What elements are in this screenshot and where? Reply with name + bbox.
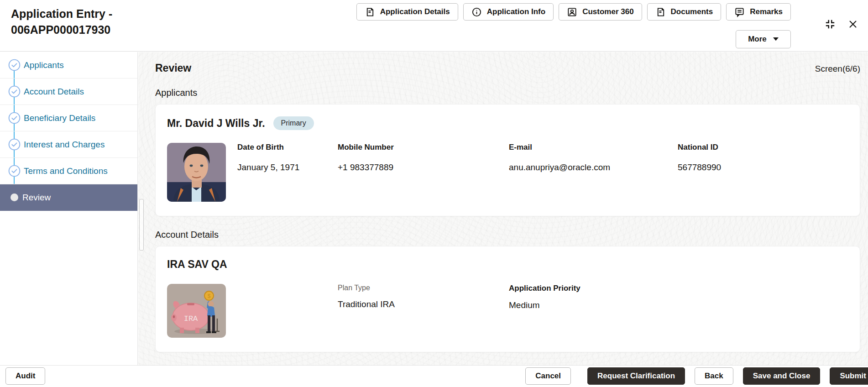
screen-indicator: Screen(6/6)	[815, 64, 860, 74]
account-field: Plan Type Traditional IRA	[338, 284, 509, 338]
field-value: Medium	[509, 300, 848, 310]
field-value: +1 983377889	[338, 162, 509, 173]
sidebar-item-label: Account Details	[24, 87, 84, 97]
request-clarification-button[interactable]: Request Clarification	[587, 367, 685, 385]
applicant-photo	[167, 143, 226, 202]
field-label: Mobile Number	[338, 143, 509, 152]
applicant-name: Mr. David J Wills Jr.	[167, 117, 265, 130]
field-value: anu.anupriya@oracle.com	[509, 162, 678, 173]
screen-title: Review	[155, 62, 191, 74]
remarks-label: Remarks	[750, 7, 783, 16]
page-title-line2: 006APP000017930	[11, 22, 112, 38]
sidebar-item-review[interactable]: Review	[0, 184, 137, 211]
submit-button[interactable]: Submit	[830, 367, 868, 385]
collapse-icon[interactable]	[824, 18, 836, 30]
check-circle-icon	[8, 165, 21, 177]
applicant-field: E-mail anu.anupriya@oracle.com	[509, 143, 678, 202]
info-icon	[471, 7, 482, 17]
application-info-label: Application Info	[487, 7, 545, 16]
audit-button[interactable]: Audit	[5, 367, 45, 385]
sidebar-item-beneficiary-details[interactable]: Beneficiary Details	[0, 105, 137, 131]
review-header-row: Review Screen(6/6)	[155, 62, 860, 74]
document-icon	[365, 7, 375, 17]
remarks-button[interactable]: Remarks	[726, 3, 791, 21]
primary-badge: Primary	[273, 116, 314, 130]
header-actions: Application Details Application Info Cus…	[356, 3, 791, 21]
section-heading-applicants: Applicants	[155, 88, 860, 98]
account-card: IRA SAV QA IRA $	[155, 246, 860, 352]
cancel-button[interactable]: Cancel	[525, 367, 571, 385]
svg-text:$: $	[208, 293, 211, 299]
applicant-field: Mobile Number +1 983377889	[338, 143, 509, 202]
check-circle-icon	[8, 85, 21, 98]
sidebar-item-account-details[interactable]: Account Details	[0, 78, 137, 105]
more-label: More	[748, 35, 767, 44]
application-info-button[interactable]: Application Info	[463, 3, 554, 21]
applicant-card: Mr. David J Wills Jr. Primary	[155, 104, 860, 216]
back-button[interactable]: Back	[695, 367, 733, 385]
field-label: Date of Birth	[237, 143, 338, 152]
field-label: Plan Type	[338, 284, 509, 292]
customer-360-button[interactable]: Customer 360	[559, 3, 642, 21]
customer-360-label: Customer 360	[582, 7, 633, 16]
sidebar-item-interest-and-charges[interactable]: Interest and Charges	[0, 131, 137, 158]
check-circle-icon	[8, 112, 21, 124]
page-title: Application Entry - 006APP000017930	[11, 6, 112, 37]
stepper-sidebar: Applicants Account Details Beneficiary D…	[0, 52, 138, 365]
footer-actions: Cancel Request Clarification Back Save a…	[525, 367, 868, 385]
documents-label: Documents	[671, 7, 713, 16]
applicant-field: National ID 567788990	[678, 143, 848, 202]
check-circle-icon	[8, 59, 21, 71]
account-name: IRA SAV QA	[167, 258, 227, 271]
window-controls	[824, 18, 858, 30]
applicant-field: Date of Birth January 5, 1971	[237, 143, 338, 202]
sidebar-item-label: Beneficiary Details	[24, 113, 95, 123]
document-icon	[655, 7, 666, 17]
app-header: Application Entry - 006APP000017930 Appl…	[0, 0, 868, 52]
field-value: January 5, 1971	[237, 162, 338, 173]
person-card-icon	[567, 7, 577, 17]
active-step-bullet-icon	[10, 194, 18, 201]
section-heading-account-details: Account Details	[155, 230, 860, 240]
ira-piggy-bank-image: IRA $	[167, 284, 226, 338]
page-title-line1: Application Entry -	[11, 6, 112, 22]
sidebar-item-label: Terms and Conditions	[24, 166, 108, 176]
sidebar-item-terms-and-conditions[interactable]: Terms and Conditions	[0, 158, 137, 184]
remarks-icon	[734, 7, 745, 17]
review-content: Review Screen(6/6) Applicants Mr. David …	[138, 52, 868, 365]
field-label: E-mail	[509, 143, 678, 152]
chevron-down-icon	[773, 37, 779, 41]
application-details-button[interactable]: Application Details	[356, 3, 458, 21]
action-footer: Audit Cancel Request Clarification Back …	[0, 365, 868, 387]
sidebar-item-label: Interest and Charges	[24, 140, 105, 150]
sidebar-item-label: Review	[22, 193, 51, 203]
account-field: Application Priority Medium	[509, 284, 848, 338]
ira-image-label: IRA	[184, 314, 198, 323]
sidebar-item-label: Applicants	[24, 60, 64, 70]
save-and-close-button[interactable]: Save and Close	[743, 367, 821, 385]
close-icon[interactable]	[848, 19, 858, 29]
sidebar-item-applicants[interactable]: Applicants	[0, 52, 137, 78]
field-label: Application Priority	[509, 284, 848, 293]
application-details-label: Application Details	[380, 7, 450, 16]
field-label: National ID	[678, 143, 848, 152]
check-circle-icon	[8, 138, 21, 151]
more-button[interactable]: More	[736, 30, 791, 48]
field-value: 567788990	[678, 162, 848, 173]
vertical-scrollbar[interactable]	[139, 199, 144, 251]
field-value: Traditional IRA	[338, 299, 509, 309]
documents-button[interactable]: Documents	[647, 3, 722, 21]
